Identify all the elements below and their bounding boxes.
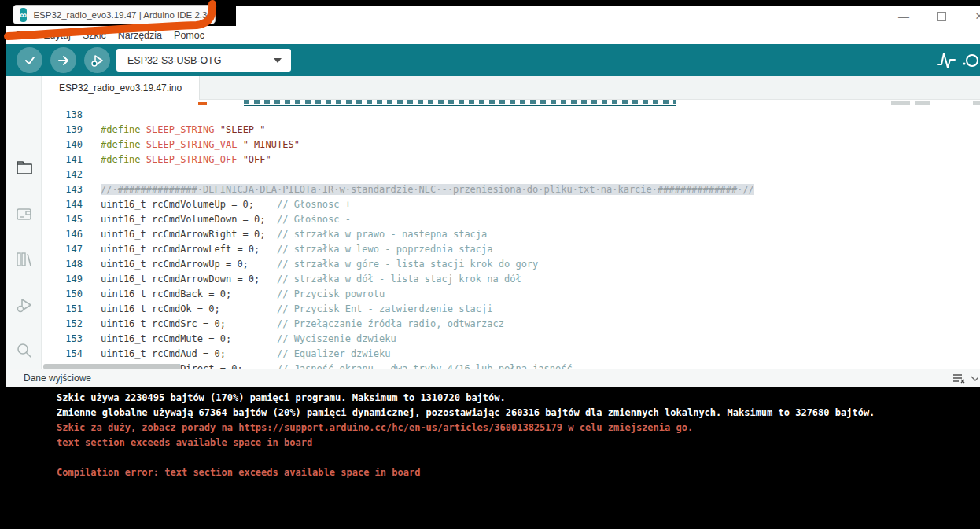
code-line: 140#define SLEEP_STRING_VAL " MINUTES" — [42, 138, 980, 152]
folder-icon — [16, 160, 33, 176]
code-text: uint16_t rcCmdAud = 0; // Equalizer dzwi… — [101, 347, 390, 362]
code-text: uint16_t rcCmdBack = 0; // Przycisk powr… — [101, 287, 385, 302]
line-number: 139 — [42, 123, 83, 138]
code-text: uint16_t rcCmdMute = 0; // Wyciszenie dz… — [101, 332, 396, 347]
search-icon — [16, 342, 33, 359]
line-number: 146 — [42, 227, 83, 242]
code-text: uint16_t rcCmdArrowRight = 0; // strzałk… — [101, 227, 487, 242]
console-error-line: Szkic za duży, zobacz porady na https://… — [57, 421, 980, 435]
collapse-panel-icon[interactable] — [971, 372, 978, 384]
line-number: 140 — [42, 138, 83, 152]
code-line: 155uint16_t rcCmdDirect = 0; // Jasność … — [42, 362, 980, 369]
console-line — [57, 450, 980, 465]
code-text: uint16_t rcCmdArrowLeft = 0; // strzałka… — [101, 242, 493, 257]
console-line: Zmienne globalne używają 67364 bajtów (2… — [57, 406, 980, 421]
activity-sidebar — [6, 76, 42, 369]
sidebar-item-debug[interactable] — [6, 292, 42, 318]
code-text: //·##############·DEFINICJA·DLA·PILOTa·I… — [101, 182, 754, 197]
compiler-output-console[interactable]: Szkic używa 2230495 bajtów (170%) pamięc… — [6, 387, 980, 529]
clipped-line-faded-text — [891, 101, 910, 105]
line-number: 147 — [42, 242, 83, 257]
output-panel-header: Dane wyjściowe — [6, 369, 980, 387]
code-text: uint16_t rcCmdArrowDown = 0; // strzałka… — [101, 272, 521, 287]
title-bar: ∞ ESP32_radio_evo3.19.47 | Arduino IDE 2… — [0, 0, 980, 26]
code-line: 139#define SLEEP_STRING "SLEEP " — [42, 123, 980, 138]
chevron-down-icon — [274, 58, 282, 63]
clear-output-icon[interactable] — [952, 372, 966, 384]
console-error-line: text section exceeds available space in … — [57, 435, 980, 450]
close-button[interactable]: ✕ — [966, 6, 980, 26]
line-number: 153 — [42, 332, 83, 347]
sidebar-item-sketchbook[interactable] — [6, 155, 42, 182]
menu-item-plik[interactable]: Plik — [16, 30, 31, 41]
line-number: 141 — [42, 152, 83, 167]
serial-plotter-icon[interactable] — [934, 47, 958, 72]
board-selector-label: ESP32-S3-USB-OTG — [127, 55, 221, 66]
window-title-pill: ∞ ESP32_radio_evo3.19.47 | Arduino IDE 2… — [13, 5, 216, 24]
bug-play-icon — [90, 53, 105, 68]
clipped-line-text-remnant — [244, 100, 676, 104]
clipped-line-faded-text — [973, 101, 980, 105]
code-line: 150uint16_t rcCmdBack = 0; // Przycisk p… — [42, 287, 980, 302]
horizontal-scrollbar[interactable] — [43, 364, 181, 369]
upload-button[interactable] — [50, 47, 76, 73]
menu-item-szkic[interactable]: Szkic — [83, 30, 106, 41]
support-link[interactable]: https://support.arduino.cc/hc/en-us/arti… — [238, 422, 562, 433]
code-text: uint16_t rcCmdArrowUp = 0; // strzałka w… — [101, 257, 538, 272]
menu-bar: PlikEdytujSzkicNarzędziaPomoc — [6, 26, 980, 44]
menu-item-edytuj[interactable]: Edytuj — [43, 30, 71, 41]
line-number: 138 — [42, 108, 83, 123]
code-text: #define SLEEP_STRING "SLEEP " — [101, 123, 266, 138]
board-icon — [16, 206, 33, 222]
code-line: 147uint16_t rcCmdArrowLeft = 0; // strza… — [42, 242, 980, 257]
code-line: 141#define SLEEP_STRING_OFF "OFF" — [42, 152, 980, 167]
right-arrow-icon — [57, 54, 70, 67]
code-text: uint16_t rcCmdSrc = 0; // Przełączanie ź… — [101, 317, 504, 332]
code-line: 146uint16_t rcCmdArrowRight = 0; // strz… — [42, 227, 980, 242]
code-line: 143//·##############·DEFINICJA·DLA·PILOT… — [42, 182, 980, 197]
line-number: 142 — [42, 167, 83, 182]
menu-item-pomoc[interactable]: Pomoc — [174, 30, 204, 41]
line-number: 148 — [42, 257, 83, 272]
maximize-button[interactable] — [928, 6, 955, 26]
clipped-line-underline — [244, 105, 676, 106]
line-number: 152 — [42, 317, 83, 332]
arduino-app-icon: ∞ — [20, 8, 27, 22]
code-line: 151uint16_t rcCmdOk = 0; // Przycisk Ent… — [42, 302, 980, 317]
output-panel-title: Dane wyjściowe — [24, 373, 91, 384]
code-line: 138 — [42, 108, 980, 123]
code-editor[interactable]: 138139#define SLEEP_STRING "SLEEP "140#d… — [42, 100, 980, 369]
line-number: 143 — [42, 182, 83, 197]
window-title: ESP32_radio_evo3.19.47 | Arduino IDE 2.3… — [33, 10, 215, 20]
minimize-button[interactable]: — — [890, 6, 917, 26]
code-line: 153uint16_t rcCmdMute = 0; // Wyciszenie… — [42, 332, 980, 347]
code-text: uint16_t rcCmdVolumeDown = 0; // Głośnos… — [101, 212, 351, 227]
code-line: 154uint16_t rcCmdAud = 0; // Equalizer d… — [42, 347, 980, 362]
debug-button[interactable] — [84, 47, 110, 73]
line-number: 154 — [42, 347, 83, 362]
console-line: Szkic używa 2230495 bajtów (170%) pamięc… — [57, 391, 980, 406]
menu-item-narzędzia[interactable]: Narzędzia — [118, 30, 162, 41]
serial-monitor-icon[interactable] — [961, 47, 980, 72]
code-line: 144uint16_t rcCmdVolumeUp = 0; // Głosno… — [42, 197, 980, 212]
line-number: 151 — [42, 302, 83, 317]
code-text: uint16_t rcCmdOk = 0; // Przycisk Ent - … — [101, 302, 493, 317]
tab-active-sketch[interactable]: ESP32_radio_evo3.19.47.ino — [42, 76, 200, 100]
clipped-line-faded-text — [915, 101, 930, 105]
line-number: 150 — [42, 287, 83, 302]
code-line: 152uint16_t rcCmdSrc = 0; // Przełączani… — [42, 317, 980, 332]
line-number: 149 — [42, 272, 83, 287]
sidebar-item-library-manager[interactable] — [6, 246, 42, 273]
editor-tab-bar: ESP32_radio_evo3.19.47.ino — [42, 76, 980, 100]
verify-button[interactable] — [17, 47, 42, 73]
code-line: 145uint16_t rcCmdVolumeDown = 0; // Głoś… — [42, 212, 980, 227]
sidebar-item-search[interactable] — [6, 337, 42, 364]
maximize-icon — [937, 12, 946, 21]
code-line: 142 — [42, 167, 980, 182]
sidebar-item-boards-manager[interactable] — [6, 200, 42, 227]
debug-sidebar-icon — [16, 297, 33, 313]
books-icon — [16, 251, 33, 268]
console-error-line: Compilation error: text section exceeds … — [57, 465, 980, 480]
board-selector-dropdown[interactable]: ESP32-S3-USB-OTG — [116, 49, 291, 72]
code-line: 149uint16_t rcCmdArrowDown = 0; // strza… — [42, 272, 980, 287]
